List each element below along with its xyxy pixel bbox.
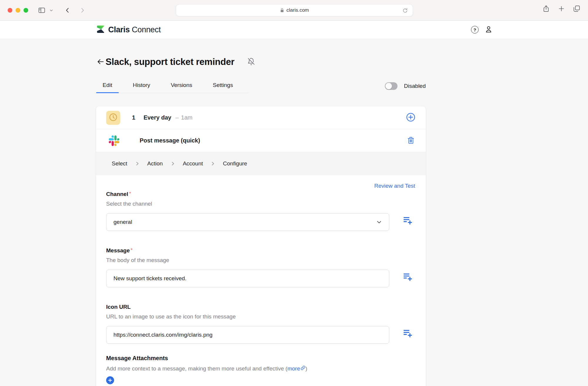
sidebar-toggle-button[interactable] bbox=[36, 5, 47, 16]
tab-settings[interactable]: Settings bbox=[206, 79, 240, 93]
flow-tabs: Edit History Versions Settings bbox=[96, 79, 248, 93]
account-button[interactable] bbox=[485, 25, 493, 34]
breadcrumb-action[interactable]: Action bbox=[147, 160, 163, 167]
plus-icon bbox=[108, 378, 112, 382]
action-name: Post message (quick) bbox=[140, 137, 200, 144]
trigger-name: Every day bbox=[143, 114, 171, 121]
share-button[interactable] bbox=[542, 5, 550, 12]
trigger-time: 1am bbox=[181, 114, 193, 121]
channel-description: Select the channel bbox=[106, 201, 416, 207]
chevron-right-icon bbox=[211, 161, 215, 166]
message-field: Message* The body of the message New sup… bbox=[106, 247, 416, 287]
channel-select[interactable]: general bbox=[106, 213, 389, 231]
browser-toolbar: claris.com bbox=[0, 0, 588, 21]
slack-icon bbox=[109, 135, 119, 146]
more-link[interactable]: more bbox=[287, 365, 305, 372]
configure-form: Review and Test Channel* Select the chan… bbox=[96, 175, 426, 386]
person-icon bbox=[485, 30, 493, 34]
chevron-right-icon bbox=[79, 7, 86, 14]
required-asterisk: * bbox=[131, 247, 133, 253]
sidebar-menu-chevron[interactable] bbox=[48, 5, 55, 16]
channel-field: Channel* Select the channel general bbox=[106, 191, 416, 231]
address-bar[interactable]: claris.com bbox=[176, 4, 413, 16]
app-header: ClarisConnect ? bbox=[0, 21, 588, 39]
tab-versions[interactable]: Versions bbox=[164, 79, 199, 93]
back-to-flows-button[interactable] bbox=[96, 58, 105, 66]
minimize-window-button[interactable] bbox=[16, 8, 20, 13]
help-button[interactable]: ? bbox=[471, 26, 479, 33]
notifications-mute-button[interactable] bbox=[247, 58, 255, 66]
refresh-icon bbox=[402, 8, 410, 14]
claris-connect-logo[interactable]: ClarisConnect bbox=[96, 25, 161, 35]
main-content: Slack, support ticket reminder Edit Hist… bbox=[0, 57, 588, 386]
list-add-icon bbox=[403, 272, 412, 283]
flow-card: 1 Every day – 1am bbox=[96, 106, 426, 386]
close-window-button[interactable] bbox=[8, 8, 12, 13]
zoom-window-button[interactable] bbox=[24, 8, 28, 13]
breadcrumb-select[interactable]: Select bbox=[112, 160, 127, 167]
channel-value: general bbox=[113, 219, 132, 225]
attachments-description: Add more context to a message, making th… bbox=[106, 365, 416, 372]
chevron-down-icon bbox=[49, 9, 53, 12]
forward-button[interactable] bbox=[77, 5, 88, 16]
enable-flow-toggle[interactable] bbox=[385, 82, 397, 90]
toggle-label: Disabled bbox=[404, 83, 426, 89]
step-number: 1 bbox=[132, 114, 135, 121]
icon-url-insert-value-button[interactable] bbox=[403, 328, 413, 339]
breadcrumb-configure[interactable]: Configure bbox=[223, 160, 247, 167]
channel-insert-value-button[interactable] bbox=[403, 216, 413, 226]
lock-icon bbox=[280, 8, 284, 13]
question-mark-icon: ? bbox=[473, 27, 476, 32]
message-insert-value-button[interactable] bbox=[403, 272, 413, 283]
tab-edit[interactable]: Edit bbox=[96, 79, 119, 93]
plus-icon bbox=[558, 5, 565, 12]
list-add-icon bbox=[403, 328, 412, 339]
clock-icon bbox=[109, 113, 118, 123]
tab-history[interactable]: History bbox=[126, 79, 157, 93]
chevron-right-icon bbox=[171, 161, 175, 166]
url-text: claris.com bbox=[286, 7, 309, 13]
message-label: Message bbox=[106, 247, 130, 254]
trash-icon bbox=[407, 136, 415, 145]
back-button[interactable] bbox=[62, 5, 73, 16]
breadcrumb-account[interactable]: Account bbox=[183, 160, 203, 167]
icon-url-value: https://connect.claris.com/img/claris.pn… bbox=[113, 332, 213, 338]
delete-step-button[interactable] bbox=[406, 136, 416, 146]
list-add-icon bbox=[403, 216, 412, 226]
toggle-knob bbox=[385, 83, 392, 89]
icon-url-input[interactable]: https://connect.claris.com/img/claris.pn… bbox=[106, 326, 389, 344]
chevron-left-icon bbox=[64, 7, 71, 14]
add-attachment-button[interactable] bbox=[106, 376, 114, 384]
page-title: Slack, support ticket reminder bbox=[106, 57, 234, 67]
brand-name: ClarisConnect bbox=[108, 25, 161, 34]
trigger-step-row[interactable]: 1 Every day – 1am bbox=[96, 106, 426, 129]
icon-url-field: Icon URL URL to an image to use as the i… bbox=[106, 304, 416, 344]
required-asterisk: * bbox=[129, 191, 131, 197]
chevron-down-icon bbox=[376, 219, 382, 225]
message-description: The body of the message bbox=[106, 257, 416, 264]
arrow-left-icon bbox=[96, 58, 105, 67]
trigger-separator: – bbox=[176, 114, 179, 121]
icon-url-label: Icon URL bbox=[106, 304, 131, 310]
tab-overview-button[interactable] bbox=[573, 5, 580, 12]
review-and-test-link[interactable]: Review and Test bbox=[374, 183, 415, 189]
tabs-overview-icon bbox=[573, 5, 580, 12]
window-controls bbox=[8, 8, 28, 13]
new-tab-button[interactable] bbox=[558, 5, 565, 12]
add-step-button[interactable] bbox=[406, 113, 416, 123]
bell-off-icon bbox=[247, 58, 255, 66]
message-input[interactable]: New support tickets received. bbox=[106, 270, 389, 287]
sidebar-icon bbox=[38, 6, 46, 14]
channel-label: Channel bbox=[106, 191, 128, 197]
plus-circle-icon bbox=[406, 113, 415, 123]
step-breadcrumb: Select Action Account Configure bbox=[96, 152, 426, 175]
icon-url-description: URL to an image to use as the icon for t… bbox=[106, 313, 416, 320]
share-icon bbox=[542, 5, 550, 12]
refresh-button[interactable] bbox=[402, 7, 410, 14]
claris-logo-icon bbox=[96, 25, 105, 35]
message-attachments-section: Message Attachments Add more context to … bbox=[106, 355, 416, 384]
message-value: New support tickets received. bbox=[113, 275, 186, 282]
link-icon bbox=[300, 365, 305, 372]
schedule-tile bbox=[106, 111, 120, 125]
action-step-row[interactable]: Post message (quick) bbox=[96, 129, 426, 152]
